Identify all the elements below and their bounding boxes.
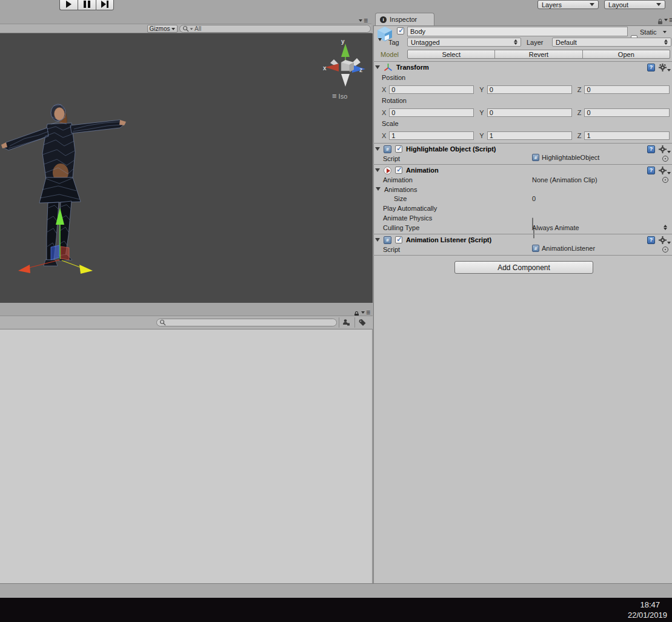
animate-physics-label: Animate Physics <box>383 214 432 222</box>
gear-icon[interactable] <box>659 145 671 153</box>
csharp-script-icon: # <box>532 245 539 252</box>
gizmo-z-arrowhead[interactable] <box>79 265 93 274</box>
scene-search-input[interactable]: All <box>179 25 371 33</box>
tag-dropdown[interactable]: Untagged <box>407 38 521 47</box>
help-icon[interactable]: ? <box>647 145 655 153</box>
gizmo-x-arrowhead[interactable] <box>18 265 30 273</box>
wireframe-character-model[interactable] <box>0 99 133 280</box>
csharp-script-icon: # <box>532 154 539 161</box>
help-icon[interactable]: ? <box>647 64 655 71</box>
gear-icon[interactable] <box>659 64 671 71</box>
tab-inspector[interactable]: i Inspector <box>375 13 434 25</box>
axis-z: Z <box>577 86 582 93</box>
animations-foldout-icon[interactable] <box>376 187 381 191</box>
menu-icon: ≡ <box>366 309 370 316</box>
orientation-cone-y[interactable] <box>341 44 350 57</box>
scene-orientation-gizmo[interactable] <box>318 35 373 93</box>
scale-x-field[interactable]: 1 <box>389 131 474 140</box>
axis-z: Z <box>577 109 582 116</box>
gizmo-plane-zy[interactable] <box>61 246 69 260</box>
position-x-field[interactable]: 0 <box>389 85 474 94</box>
taskbar-clock-time[interactable]: 18:47 <box>640 600 660 609</box>
lower-panel-menu[interactable]: ≡ <box>361 309 370 316</box>
layers-dropdown[interactable]: Layers <box>537 0 599 9</box>
project-search-input[interactable] <box>156 319 337 326</box>
listener-enabled-checkbox[interactable] <box>395 236 402 243</box>
model-select-button[interactable]: Select <box>408 50 495 58</box>
component-separator <box>373 61 672 62</box>
iso-projection-toggle[interactable]: ≡ Iso <box>332 91 347 101</box>
foldout-icon[interactable] <box>375 238 380 242</box>
animation-component-header[interactable]: Animation ? <box>375 165 671 175</box>
position-y-field[interactable]: 0 <box>487 85 572 94</box>
chevron-down-icon <box>361 311 365 314</box>
culling-type-value[interactable]: Always Animate <box>532 224 579 231</box>
axis-y: Y <box>479 109 484 116</box>
chevron-down-icon <box>590 3 594 6</box>
model-revert-button[interactable]: Revert <box>495 50 582 58</box>
animation-clip-value[interactable]: None (Animation Clip) <box>532 176 597 184</box>
animation-enabled-checkbox[interactable] <box>395 167 402 174</box>
scene-viewport[interactable]: y x z ≡ Iso <box>0 33 373 303</box>
size-value[interactable]: 0 <box>532 195 536 202</box>
play-button[interactable] <box>59 0 78 10</box>
object-picker-icon[interactable] <box>662 246 668 253</box>
object-picker-icon[interactable] <box>662 177 668 183</box>
rotation-x-field[interactable]: 0 <box>389 108 474 117</box>
orientation-cone-z[interactable] <box>352 65 365 73</box>
updown-icon[interactable] <box>664 225 667 230</box>
os-taskbar[interactable]: 18:47 22/01/2019 <box>0 598 672 622</box>
add-component-button[interactable]: Add Component <box>454 261 593 274</box>
position-z-field[interactable]: 0 <box>584 85 670 94</box>
gameobject-active-checkbox[interactable] <box>397 27 404 35</box>
highlightable-component-header[interactable]: # Highlightable Object (Script) ? <box>375 144 671 154</box>
search-filter-chevron-icon <box>190 28 193 30</box>
static-label: Static <box>640 28 657 36</box>
help-icon[interactable]: ? <box>647 236 655 244</box>
gear-glyph <box>659 64 667 71</box>
pause-button[interactable] <box>78 0 96 10</box>
search-by-label-button[interactable] <box>356 317 368 328</box>
gizmo-z-axis[interactable] <box>62 260 81 268</box>
object-picker-icon[interactable] <box>662 156 668 162</box>
script-value[interactable]: # HighlightableObject <box>532 154 599 161</box>
gear-icon[interactable] <box>659 167 671 174</box>
inspector-tab-label: Inspector <box>390 16 417 23</box>
help-icon[interactable]: ? <box>647 167 655 174</box>
step-button[interactable] <box>96 0 114 10</box>
layout-dropdown[interactable]: Layout <box>604 0 665 9</box>
search-by-type-button[interactable] <box>340 317 353 328</box>
tag-value: Untagged <box>411 39 440 46</box>
transform-component-header[interactable]: Transform ? <box>375 62 671 72</box>
culling-type-label: Culling Type <box>383 224 419 231</box>
toolbar-divider <box>339 317 339 328</box>
project-panel-body[interactable] <box>0 329 373 583</box>
static-dropdown-chevron-icon[interactable] <box>663 31 667 33</box>
inspector-menu[interactable]: ≡ <box>664 17 672 23</box>
component-separator <box>373 234 672 234</box>
scale-y-field[interactable]: 1 <box>487 131 572 140</box>
gizmo-plane-xy[interactable] <box>51 245 59 260</box>
gameobject-name-field[interactable]: Body <box>407 27 628 36</box>
model-open-button[interactable]: Open <box>583 50 670 58</box>
scale-z-field[interactable]: 1 <box>584 131 670 140</box>
scene-panel-menu[interactable]: ≡ <box>359 18 367 24</box>
updown-icon <box>514 39 517 45</box>
foldout-icon[interactable] <box>375 147 380 151</box>
rotation-z-field[interactable]: 0 <box>584 108 670 117</box>
highlightable-enabled-checkbox[interactable] <box>395 145 402 153</box>
layers-label: Layers <box>542 1 562 8</box>
gear-icon[interactable] <box>659 236 671 244</box>
script-value[interactable]: # AnimationListener <box>532 245 595 252</box>
foldout-icon[interactable] <box>375 65 380 69</box>
listener-component-header[interactable]: # Animation Listener (Script) ? <box>375 235 671 245</box>
orientation-cone-x[interactable] <box>325 64 339 71</box>
animation-clip-label: Animation <box>383 176 413 184</box>
foldout-icon[interactable] <box>375 168 380 172</box>
gizmos-dropdown[interactable]: Gizmos <box>147 25 178 33</box>
animation-component-icon <box>384 167 391 174</box>
transform-title: Transform <box>396 64 429 71</box>
taskbar-clock-date[interactable]: 22/01/2019 <box>628 610 667 620</box>
layer-dropdown[interactable]: Default <box>552 38 671 47</box>
rotation-y-field[interactable]: 0 <box>487 108 572 117</box>
